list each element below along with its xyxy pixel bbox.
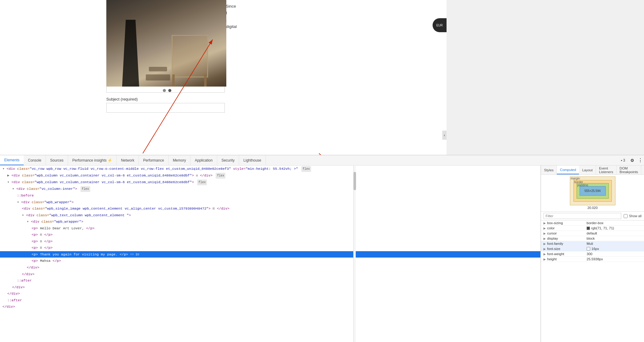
filter-bar: Filter Show all <box>541 212 644 221</box>
arrow-icon-font-weight: ▶ <box>543 252 546 256</box>
tab-performance-insights[interactable]: Performance insights ⚡ <box>68 155 117 165</box>
artist-image-container <box>106 0 228 92</box>
arrow-icon-color: ▶ <box>543 227 546 230</box>
html-line-hello[interactable]: <p> Hello Dear Art Lover, </p> <box>0 225 540 232</box>
arrow-icon-display: ▶ <box>543 237 546 240</box>
computed-cursor[interactable]: ▶ cursor default <box>541 231 644 236</box>
html-line-2[interactable]: ▶ <div class="wpb_column vc_column_conta… <box>0 172 540 179</box>
html-line-close-div3[interactable]: </div> <box>0 284 540 291</box>
tab-console[interactable]: Console <box>24 155 46 165</box>
color-swatch <box>587 227 590 230</box>
html-line-3[interactable]: ▾ <div class="wpb_column vc_column_conta… <box>0 179 540 186</box>
devtools-more-icon[interactable]: ⋮ <box>637 155 644 165</box>
tab-security[interactable]: Security <box>217 155 239 165</box>
margin-label: margin <box>571 177 580 180</box>
styles-tab-bar: Styles Computed Layout Event Listeners D… <box>541 166 644 175</box>
html-line-4[interactable]: ▾ <div class="vc_column-inner"> flex <box>0 186 540 192</box>
html-line-p2[interactable]: <p> ⊠ </p> <box>0 238 540 245</box>
devtools-badge: ▪ 3 <box>618 155 628 165</box>
html-line-wrapper[interactable]: ▾ <div class="wpb_wrapper"> <box>0 199 540 206</box>
html-line-wrapper2[interactable]: ▾ <div class="wpb_wrapper"> <box>0 218 540 225</box>
styles-panel: Styles Computed Layout Event Listeners D… <box>541 166 644 342</box>
dot-1[interactable] <box>163 89 166 92</box>
tab-computed[interactable]: Computed <box>557 166 579 174</box>
devtools-tab-bar: Elements Console Sources Performance ins… <box>0 155 644 166</box>
box-bottom-value: 20.020 <box>543 206 642 210</box>
computed-properties-list: ▶ box-sizing border-box ▶ color rgb(71, … <box>541 221 644 342</box>
html-line-after2[interactable]: ::after <box>0 297 540 304</box>
floating-eur-button[interactable]: EUR <box>433 18 447 32</box>
tab-sources[interactable]: Sources <box>46 155 68 165</box>
computed-box-sizing[interactable]: ▶ box-sizing border-box <box>541 221 644 226</box>
tab-memory[interactable]: Memory <box>169 155 190 165</box>
subject-field-group: Subject (required) <box>106 97 340 113</box>
arrow-icon-box-sizing: ▶ <box>543 221 546 225</box>
tab-lighthouse[interactable]: Lighthouse <box>239 155 266 165</box>
computed-filter-input[interactable] <box>543 213 621 219</box>
website-content: EUR ‹ I love to bring this sense onto th… <box>0 0 447 155</box>
devtools-settings-icon[interactable]: ⚙ <box>628 155 637 165</box>
html-line-thankyou[interactable]: <p> Thank you again for visiting my page… <box>0 251 540 258</box>
computed-display[interactable]: ▶ display block <box>541 236 644 241</box>
elements-scrollbar[interactable] <box>353 166 356 342</box>
html-line-p3[interactable]: <p> ⊠ </p> <box>0 245 540 251</box>
html-line-before[interactable]: ::before <box>0 192 540 199</box>
html-line-text-col[interactable]: ▾ <div class="wpb_text_column wpb_conten… <box>0 212 540 219</box>
box-model-section: margin border padding 555×25.594 20.020 <box>541 175 644 212</box>
computed-font-weight[interactable]: ▶ font-weight 300 <box>541 251 644 257</box>
html-line-close-div4[interactable]: </div> <box>0 290 540 297</box>
box-model-wrapper: margin border padding 555×25.594 <box>570 176 615 205</box>
arrow-icon-cursor: ▶ <box>543 232 546 235</box>
arrow-icon-height: ▶ <box>543 258 546 261</box>
html-line-close-div2[interactable]: </div> <box>0 271 540 278</box>
html-line-close-div1[interactable]: </div> <box>0 264 540 271</box>
html-line-image[interactable]: <div class="wpb_single_image wpb_content… <box>0 205 540 212</box>
elements-panel: ▾ <div class="vc_row wpb_row vc_row-flui… <box>0 166 541 342</box>
tab-elements[interactable]: Elements <box>0 155 24 165</box>
tab-event-listeners[interactable]: Event Listeners <box>596 166 617 174</box>
subject-label: Subject (required) <box>106 97 340 101</box>
dot-2[interactable] <box>168 89 171 92</box>
tab-network[interactable]: Network <box>117 155 139 165</box>
devtools-panel: Elements Console Sources Performance ins… <box>0 155 644 342</box>
computed-font-family[interactable]: ▶ font-family Muli <box>541 241 644 246</box>
tab-application[interactable]: Application <box>190 155 217 165</box>
tab-layout[interactable]: Layout <box>579 166 596 174</box>
show-all-checkbox-label[interactable]: Filter Show all <box>624 214 642 218</box>
html-line-p1[interactable]: <p> ⊠ </p> <box>0 231 540 238</box>
subject-input[interactable] <box>106 103 225 113</box>
html-line-mahsa[interactable]: <p> Mahsa </p> <box>0 258 540 264</box>
tab-properties[interactable]: Prope... <box>641 166 644 174</box>
html-line-close-div5[interactable]: </div> <box>0 303 540 310</box>
tab-styles[interactable]: Styles <box>541 166 557 174</box>
computed-color[interactable]: ▶ color rgb(71, 71, 71) <box>541 226 644 231</box>
arrow-icon-font-family: ▶ <box>543 242 546 245</box>
html-line-1[interactable]: ▾ <div class="vc_row wpb_row vc_row-flui… <box>0 166 540 172</box>
arrow-icon-font-size: ▶ <box>543 247 546 251</box>
artist-image <box>106 0 226 87</box>
font-size-icon <box>587 247 590 251</box>
show-all-checkbox[interactable] <box>624 214 628 218</box>
computed-font-size[interactable]: ▶ font-size 16px <box>541 246 644 251</box>
tab-dom-breakpoints[interactable]: DOM Breakpoints <box>617 166 642 174</box>
computed-height[interactable]: ▶ height 25.5938px <box>541 257 644 262</box>
tab-performance[interactable]: Performance <box>139 155 169 165</box>
close-panel-icon[interactable]: ‹ <box>442 131 447 140</box>
html-line-after1[interactable]: ::after <box>0 277 540 284</box>
carousel-dots <box>106 89 228 92</box>
